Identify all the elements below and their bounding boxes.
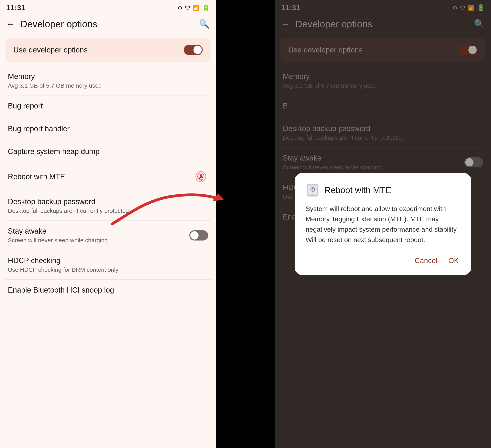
setting-title: Bug report handler [8, 124, 208, 133]
svg-rect-3 [308, 185, 317, 195]
settings-icon: ⚙ [178, 5, 182, 11]
setting-title: Stay awake [8, 227, 108, 235]
setting-title: Capture system heap dump [8, 147, 208, 156]
right-panel: 11:31 ⚙ 🛡 📶 🔋 ← Developer options 🔍 Use … [275, 0, 491, 448]
setting-subtitle: Avg 3.1 GB of 5.7 GB memory used [8, 82, 208, 89]
status-time-left: 11:31 [6, 4, 25, 12]
dev-options-label-left: Use developer options [13, 46, 88, 54]
dialog-title: Reboot with MTE [324, 185, 391, 195]
wifi-icon: 📶 [193, 5, 199, 11]
list-item[interactable]: Bug report [6, 95, 210, 118]
click-cursor-icon [194, 170, 208, 185]
center-divider [216, 0, 275, 448]
toggle-thumb [193, 46, 202, 54]
setting-title: Desktop backup password [8, 198, 208, 206]
list-item[interactable]: Bug report handler [6, 118, 210, 141]
setting-title: Memory [8, 72, 208, 81]
setting-title: Bug report [8, 102, 208, 110]
stay-awake-toggle-left[interactable] [189, 230, 208, 240]
page-title-left: Developer options [20, 19, 193, 29]
dialog-body: System will reboot and allow to experime… [306, 204, 460, 245]
dialog-reboot-icon [306, 183, 320, 197]
dialog-overlay: Reboot with MTE System will reboot and a… [275, 0, 491, 448]
dialog-ok-button[interactable]: OK [447, 254, 460, 267]
reboot-mte-dialog: Reboot with MTE System will reboot and a… [295, 173, 471, 275]
toggle-thumb [190, 231, 198, 239]
list-item[interactable]: Memory Avg 3.1 GB of 5.7 GB memory used [6, 66, 210, 95]
battery-icon-left: 🔋 [202, 4, 210, 12]
back-button-left[interactable]: ← [5, 18, 17, 30]
settings-list-left: Memory Avg 3.1 GB of 5.7 GB memory used … [0, 66, 216, 448]
dev-options-toggle-left[interactable] [184, 45, 203, 55]
list-item[interactable]: Enable Bluetooth HCI snoop log [6, 280, 210, 302]
setting-title: Enable Bluetooth HCI snoop log [8, 286, 208, 294]
dialog-header: Reboot with MTE [306, 183, 460, 197]
left-panel: 11:31 ⚙ 🛡 📶 🔋 ← Developer options 🔍 Use … [0, 0, 216, 448]
list-item[interactable]: Desktop backup password Desktop full bac… [6, 191, 210, 221]
setting-title: Reboot with MTE [8, 172, 65, 181]
setting-subtitle: Desktop full backups aren't currently pr… [8, 208, 208, 214]
status-bar-left: 11:31 ⚙ 🛡 📶 🔋 [0, 0, 216, 14]
reboot-mte-item[interactable]: Reboot with MTE [6, 164, 210, 191]
app-bar-left: ← Developer options 🔍 [0, 14, 216, 34]
setting-subtitle: Screen will never sleep while charging [8, 237, 108, 244]
shield-icon: 🛡 [185, 5, 190, 11]
dev-options-card-left[interactable]: Use developer options [6, 38, 210, 62]
setting-subtitle: Use HDCP checking for DRM content only [8, 267, 208, 273]
stay-awake-item[interactable]: Stay awake Screen will never sleep while… [6, 221, 210, 250]
setting-title: HDCP checking [8, 257, 208, 265]
status-icons-left: ⚙ 🛡 📶 🔋 [178, 4, 210, 12]
list-item[interactable]: Capture system heap dump [6, 141, 210, 164]
dialog-actions: Cancel OK [306, 254, 460, 267]
dialog-cancel-button[interactable]: Cancel [413, 254, 439, 267]
search-button-left[interactable]: 🔍 [197, 17, 211, 31]
list-item[interactable]: HDCP checking Use HDCP checking for DRM … [6, 250, 210, 280]
svg-rect-4 [311, 195, 314, 195]
